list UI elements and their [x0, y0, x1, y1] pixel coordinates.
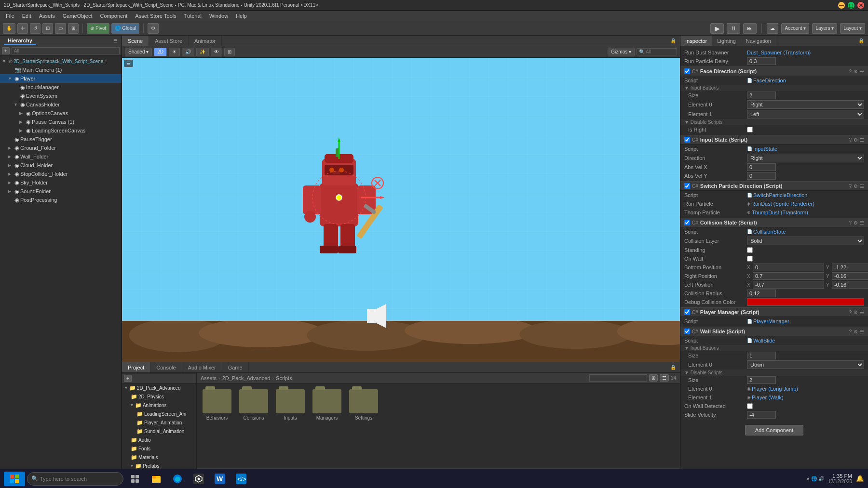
scene-viewport[interactable]: ☰ [122, 58, 680, 362]
transform-tool[interactable]: ⊞ [68, 23, 79, 34]
tree-item-player[interactable]: ▼ ◉ Player [0, 74, 122, 83]
scene-search-input[interactable] [646, 49, 675, 54]
asset-managers-folder[interactable]: Managers [311, 387, 343, 422]
element0-select[interactable]: RightLeft [747, 100, 864, 109]
cloud-button[interactable]: ☁ [767, 23, 778, 34]
wall-disable-size[interactable] [747, 376, 776, 384]
asset-behaviors-folder[interactable]: Behaviors [201, 387, 233, 422]
add-project-btn[interactable]: + [124, 375, 132, 382]
taskbar-edge[interactable] [168, 471, 187, 487]
face-direction-enabled[interactable] [684, 68, 690, 74]
direction-select[interactable]: RightLeft [747, 154, 864, 162]
account-button[interactable]: Account ▾ [781, 23, 809, 34]
scale-tool[interactable]: ⊡ [42, 23, 53, 34]
settings-icon5[interactable]: ⚙ [854, 310, 858, 315]
menu-icon4[interactable]: ☰ [860, 220, 864, 225]
settings-icon2[interactable]: ⚙ [854, 137, 858, 143]
taskbar-word[interactable]: W [210, 471, 230, 487]
pause-button[interactable]: ⏸ [727, 23, 740, 34]
proj-2dpack[interactable]: ▼ 📁 2D_Pack_Advanced [122, 383, 196, 392]
proj-playerani[interactable]: 📁 Player_Animation [122, 418, 196, 427]
run-particle-ref[interactable]: ◈ RunDust (Sprite Renderer) [747, 201, 814, 207]
proj-materials[interactable]: 📁 Materials [122, 453, 196, 462]
wall-slide-enabled[interactable] [684, 329, 690, 334]
audio-btn[interactable]: 🔊 [182, 48, 194, 56]
tree-item-soundfolder[interactable]: ▶ ◉ SoundFolder [0, 187, 122, 196]
switch-particle-script-ref[interactable]: 📄 SwitchParticleDirection [747, 192, 807, 198]
input-state-enabled[interactable] [684, 137, 690, 143]
taskbar-task-view[interactable] [125, 471, 145, 487]
menu-gameobject[interactable]: GameObject [59, 12, 96, 20]
add-hierarchy-btn[interactable]: + [2, 47, 10, 54]
settings-icon6[interactable]: ⚙ [854, 329, 858, 334]
absvelx-input[interactable] [747, 163, 776, 171]
taskbar-vscode[interactable]: </> [231, 471, 251, 487]
collision-radius-input[interactable] [747, 290, 776, 297]
slide-velocity-input[interactable] [747, 411, 776, 419]
help-icon2[interactable]: ? [849, 137, 852, 143]
tree-item-optionscanvas[interactable]: ▶ ◉ OptionsCanvas [0, 109, 122, 118]
taskbar-unity[interactable] [189, 471, 208, 487]
menu-assetstore-tools[interactable]: Asset Store Tools [131, 12, 180, 20]
tab-inspector[interactable]: Inspector [680, 36, 712, 46]
breadcrumb-2dpack[interactable]: 2D_Pack_Advanced [222, 375, 271, 381]
menu-window[interactable]: Window [205, 12, 232, 20]
hidden-btn[interactable]: 👁 [211, 48, 222, 56]
input-size-input[interactable] [747, 92, 776, 99]
inspector-lock[interactable]: 🔒 [854, 38, 868, 43]
proj-audio[interactable]: 📁 Audio [122, 435, 196, 444]
collision-layer-select[interactable]: Solid [747, 237, 864, 245]
pivot-button[interactable]: ⊕ Pivot [87, 23, 109, 34]
move-tool[interactable]: ✛ [17, 23, 28, 34]
on-wall-check[interactable] [747, 256, 753, 262]
step-button[interactable]: ⏭ [743, 23, 757, 34]
tree-item-stopcollider[interactable]: ▶ ◉ StopCollider_Holder [0, 170, 122, 178]
left-pos-y[interactable] [832, 281, 868, 289]
tree-item-skyholder[interactable]: ▶ ◉ Sky_Holder [0, 178, 122, 187]
help-icon[interactable]: ? [849, 69, 852, 74]
breadcrumb-assets[interactable]: Assets [201, 375, 217, 381]
on-wall-detected-check[interactable] [747, 403, 753, 409]
minimize-button[interactable]: ─ [838, 2, 845, 9]
player-manager-enabled[interactable] [684, 309, 690, 315]
help-icon4[interactable]: ? [849, 220, 852, 225]
shaded-dropdown[interactable]: Shaded ▾ [125, 48, 152, 56]
bottom-pos-y[interactable] [832, 264, 868, 271]
2d-button[interactable]: 2D [154, 48, 167, 56]
element1-select[interactable]: LeftRight [747, 110, 864, 119]
input-state-script-ref[interactable]: 📄 InputState [747, 146, 777, 152]
rotate-tool[interactable]: ↺ [30, 23, 41, 34]
layout-button[interactable]: Layout ▾ [840, 23, 865, 34]
menu-icon3[interactable]: ☰ [860, 184, 864, 189]
assets-filter-btn[interactable]: ☰ [660, 374, 669, 382]
settings-icon4[interactable]: ⚙ [854, 220, 858, 225]
assets-view-btn[interactable]: ⊞ [649, 374, 658, 382]
tree-item-cloudholder[interactable]: ▶ ◉ Cloud_Holder [0, 161, 122, 170]
layers-button[interactable]: Layers ▾ [812, 23, 837, 34]
settings-icon[interactable]: ⚙ [854, 69, 858, 74]
tree-item-loadingcanvas[interactable]: ▶ ◉ LoadingScreenCanvas [0, 126, 122, 135]
menu-help[interactable]: Help [232, 12, 251, 20]
add-component-btn[interactable]: Add Component [745, 425, 804, 435]
proj-loadingani[interactable]: 📁 LoadingScreen_Ani [122, 409, 196, 418]
tree-item-scene[interactable]: ▼ ⊙ 2D_StarterSpritepack_With_Script_Sce… [0, 57, 122, 66]
collision-script-ref[interactable]: 📄 CollisionState [747, 229, 786, 235]
tree-item-pausetrigger[interactable]: ◉ PauseTrigger [0, 135, 122, 144]
asset-collisions-folder[interactable]: Collisions [237, 387, 270, 422]
help-icon3[interactable]: ? [849, 184, 852, 189]
menu-assets[interactable]: Assets [35, 12, 59, 20]
standing-check[interactable] [747, 247, 753, 253]
help-icon6[interactable]: ? [849, 329, 852, 334]
tree-item-inputmanager[interactable]: ◉ InputManager [0, 83, 122, 92]
settings-icon3[interactable]: ⚙ [854, 184, 858, 189]
start-button[interactable] [4, 472, 25, 486]
right-pos-x[interactable] [753, 272, 824, 280]
run-particle-delay-input[interactable] [747, 57, 776, 65]
tree-item-camera[interactable]: 📷 Main Camera (1) [0, 66, 122, 74]
tab-hierarchy[interactable]: Hierarchy [4, 37, 36, 45]
tree-item-postprocessing[interactable]: ◉ PostProcessing [0, 196, 122, 204]
menu-icon[interactable]: ☰ [860, 69, 864, 74]
light-btn[interactable]: ☀ [169, 48, 180, 56]
tab-console[interactable]: Console [150, 362, 182, 372]
menu-icon5[interactable]: ☰ [860, 310, 864, 315]
